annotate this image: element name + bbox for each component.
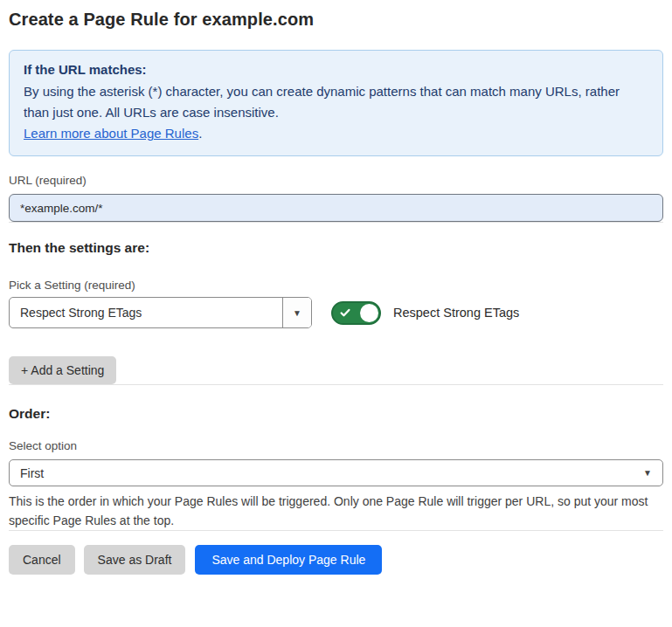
order-select[interactable]: First ▼ <box>9 459 663 486</box>
order-section-heading: Order: <box>9 406 663 422</box>
etag-toggle-label: Respect Strong ETags <box>393 306 519 320</box>
order-select-value: First <box>20 466 44 480</box>
setting-select[interactable]: Respect Strong ETags ▼ <box>9 297 312 328</box>
order-select-label: Select option <box>9 439 663 452</box>
divider <box>9 384 663 385</box>
save-deploy-button[interactable]: Save and Deploy Page Rule <box>195 545 382 575</box>
toggle-knob <box>360 304 378 322</box>
url-field-label: URL (required) <box>9 174 663 187</box>
link-suffix: . <box>198 126 202 141</box>
divider <box>9 222 663 223</box>
chevron-down-icon[interactable]: ▼ <box>282 298 311 327</box>
save-draft-button[interactable]: Save as Draft <box>84 545 186 575</box>
settings-section-heading: Then the settings are: <box>9 240 663 256</box>
url-input[interactable] <box>9 194 663 222</box>
check-icon <box>339 307 351 319</box>
action-bar: Cancel Save as Draft Save and Deploy Pag… <box>9 545 663 575</box>
info-box-body: By using the asterisk (*) character, you… <box>24 81 648 123</box>
etag-toggle[interactable] <box>331 301 381 325</box>
cancel-button[interactable]: Cancel <box>9 545 75 575</box>
setting-select-value: Respect Strong ETags <box>10 298 282 327</box>
learn-more-link[interactable]: Learn more about Page Rules <box>24 126 198 141</box>
setting-row: Respect Strong ETags ▼ Respect Strong ET… <box>9 297 663 328</box>
url-match-info-box: If the URL matches: By using the asteris… <box>9 50 663 156</box>
pick-setting-label: Pick a Setting (required) <box>9 279 663 292</box>
order-help-text: This is the order in which your Page Rul… <box>9 492 660 530</box>
info-link-line: Learn more about Page Rules. <box>24 123 648 144</box>
divider <box>9 530 663 531</box>
page-title: Create a Page Rule for example.com <box>9 10 663 30</box>
add-setting-button[interactable]: + Add a Setting <box>9 356 116 384</box>
chevron-down-icon: ▼ <box>643 468 652 478</box>
info-box-heading: If the URL matches: <box>24 59 648 81</box>
